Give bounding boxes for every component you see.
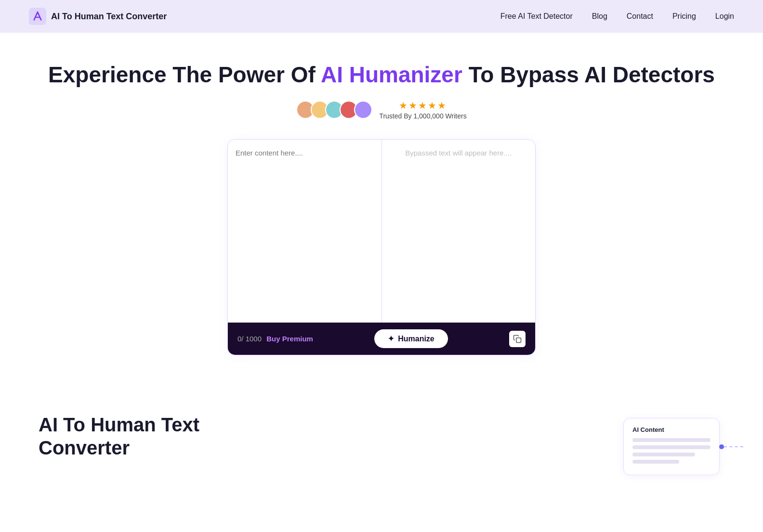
content-input[interactable] xyxy=(236,147,374,315)
tool-wrapper: Bypassed text will appear here.... 0/ 10… xyxy=(218,139,545,355)
avatar-5 xyxy=(354,101,372,119)
trust-info: ★★★★★ Trusted By 1,000,000 Writers xyxy=(379,100,466,120)
card-label: AI Content xyxy=(632,426,710,433)
svg-rect-1 xyxy=(516,337,521,342)
copy-icon xyxy=(513,335,522,343)
bottom-title: AI To Human Text Converter xyxy=(39,413,590,459)
card-line-1 xyxy=(632,438,710,442)
ai-content-card: AI Content xyxy=(623,418,720,475)
hero-title: Experience The Power Of AI Humanizer To … xyxy=(10,62,753,88)
output-placeholder: Bypassed text will appear here.... xyxy=(405,149,512,157)
svg-rect-0 xyxy=(29,8,46,25)
nav-login[interactable]: Login xyxy=(715,12,734,20)
nav-pricing[interactable]: Pricing xyxy=(672,12,696,20)
trust-text: Trusted By 1,000,000 Writers xyxy=(379,112,466,120)
humanize-button[interactable]: ✦ Humanize xyxy=(374,329,448,348)
input-area xyxy=(228,140,382,323)
nav-links: Free AI Text Detector Blog Contact Prici… xyxy=(500,12,734,21)
logo-text: AI To Human Text Converter xyxy=(51,12,167,22)
bottom-visual: AI Content xyxy=(618,413,724,475)
card-line-2 xyxy=(632,445,710,449)
nav-free-detector[interactable]: Free AI Text Detector xyxy=(500,12,573,20)
tool-areas: Bypassed text will appear here.... xyxy=(228,140,535,323)
navbar: AI To Human Text Converter Free AI Text … xyxy=(0,0,763,33)
output-area: Bypassed text will appear here.... xyxy=(382,140,536,323)
tool-footer: 0/ 1000 Buy Premium ✦ Humanize xyxy=(228,323,535,355)
card-dot xyxy=(719,444,724,449)
trust-row: ★★★★★ Trusted By 1,000,000 Writers xyxy=(10,100,753,120)
card-line-4 xyxy=(632,460,679,464)
nav-contact[interactable]: Contact xyxy=(627,12,653,20)
word-count: 0/ 1000 Buy Premium xyxy=(237,335,313,343)
card-line-3 xyxy=(632,453,695,456)
hero-section: Experience The Power Of AI Humanizer To … xyxy=(0,33,763,403)
buy-premium-link[interactable]: Buy Premium xyxy=(266,335,313,343)
bottom-section: AI To Human Text Converter AI Content xyxy=(0,403,763,494)
dotted-line xyxy=(724,446,743,447)
sparkle-icon: ✦ xyxy=(388,334,394,343)
logo-icon xyxy=(29,8,46,25)
star-rating: ★★★★★ xyxy=(379,100,466,111)
nav-blog[interactable]: Blog xyxy=(592,12,607,20)
logo-link[interactable]: AI To Human Text Converter xyxy=(29,8,167,25)
copy-button[interactable] xyxy=(509,331,526,347)
tool-panel: Bypassed text will appear here.... 0/ 10… xyxy=(227,139,536,355)
avatar-group xyxy=(296,101,372,119)
bottom-text: AI To Human Text Converter xyxy=(39,413,590,459)
